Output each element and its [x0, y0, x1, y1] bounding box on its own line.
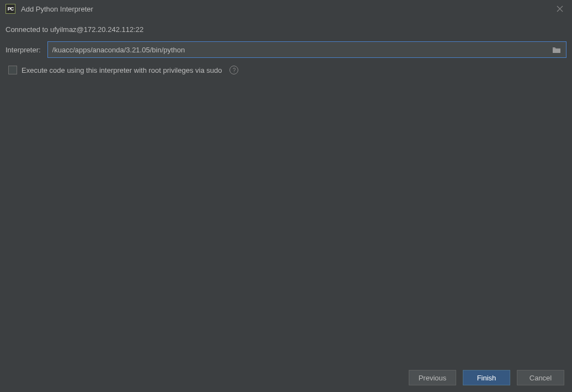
cancel-button[interactable]: Cancel	[517, 370, 564, 385]
interpreter-input-wrapper	[47, 41, 566, 58]
close-icon[interactable]	[553, 2, 566, 15]
sudo-checkbox[interactable]	[8, 66, 17, 74]
dialog-title: Add Python Interpreter	[21, 5, 553, 13]
previous-button[interactable]: Previous	[409, 370, 456, 385]
button-row: Previous Finish Cancel	[409, 370, 564, 385]
connection-status: Connected to ufyilmaz@172.20.242.112:22	[6, 25, 566, 34]
title-bar: PC Add Python Interpreter	[0, 0, 572, 18]
dialog-content: Connected to ufyilmaz@172.20.242.112:22 …	[0, 18, 572, 74]
folder-icon[interactable]	[552, 45, 562, 55]
interpreter-row: Interpreter:	[6, 41, 566, 58]
finish-button[interactable]: Finish	[463, 370, 510, 385]
interpreter-label: Interpreter:	[6, 46, 41, 54]
sudo-checkbox-row: Execute code using this interpreter with…	[8, 66, 566, 74]
app-icon: PC	[6, 4, 15, 14]
sudo-checkbox-label: Execute code using this interpreter with…	[22, 66, 222, 74]
help-icon[interactable]: ?	[229, 66, 238, 74]
interpreter-input[interactable]	[52, 42, 548, 57]
